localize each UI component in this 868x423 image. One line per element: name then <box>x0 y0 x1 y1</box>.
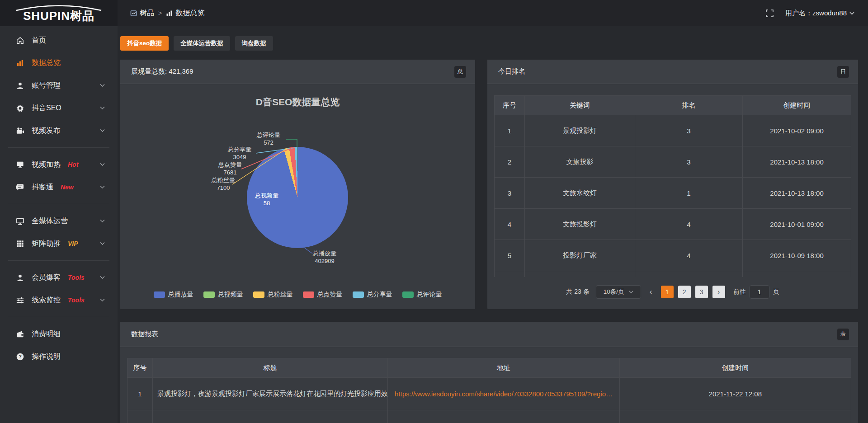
pie-label-fans: 总粉丝量7100 <box>206 176 241 192</box>
overview-panel: 展现量总数: 421,369 总 D音SEO数据量总览 总评论量572 总分 <box>120 60 475 309</box>
table-row-partial <box>495 271 851 277</box>
sidebar-item-matrix-boost[interactable]: 矩阵助推 VIP <box>0 232 118 255</box>
sidebar-item-label: 会员爆客 <box>32 273 61 282</box>
fullscreen-icon[interactable] <box>766 9 774 17</box>
logo-text: SHUPIN树品 <box>23 10 94 22</box>
new-badge: New <box>61 183 74 191</box>
report-title-cell: 景观投影灯，夜游景观投影灯厂家展示展示落花灯在花园里的灯光投影应用效果 # <box>153 378 388 410</box>
sidebar-item-member-burst[interactable]: 会员爆客 Tools <box>0 266 118 289</box>
legend-item-plays[interactable]: 总播放量 <box>154 291 193 299</box>
user-menu[interactable]: 用户名：zswodun88 <box>785 9 854 18</box>
pagination: 共 23 条 10条/页 ‹ 1 2 3 › 前往 页 <box>494 285 851 299</box>
chevron-down-icon <box>100 186 105 189</box>
sidebar-divider <box>8 317 109 317</box>
page-size-select[interactable]: 10条/页 <box>596 285 641 299</box>
sidebar-divider <box>8 147 109 148</box>
chart-legend: 总播放量 总视频量 总粉丝量 总点赞量 总分享量 总评论量 <box>120 291 475 299</box>
sidebar-item-label: 账号管理 <box>32 81 61 90</box>
chevron-down-icon <box>100 220 105 223</box>
app-logo[interactable]: SHUPIN树品 <box>0 0 118 26</box>
bar-chart-icon <box>166 10 173 17</box>
sidebar: 首页 数据总览 账号管理 抖音SEO 视频发布 视频加热 Hot 抖客通 New… <box>0 26 118 423</box>
next-page-button[interactable]: › <box>712 286 725 298</box>
legend-item-videos[interactable]: 总视频量 <box>203 291 243 299</box>
page-button-3[interactable]: 3 <box>695 286 708 298</box>
table-row[interactable]: 5投影灯厂家42021-10-09 18:00 <box>495 240 851 271</box>
goto-page-input[interactable] <box>750 285 769 299</box>
gear-icon <box>15 103 24 113</box>
rank-corner-button[interactable]: 日 <box>837 66 849 78</box>
breadcrumb-home[interactable]: 树品 <box>130 9 154 18</box>
sidebar-item-lead-monitor[interactable]: 线索监控 Tools <box>0 289 118 311</box>
tab-all-media[interactable]: 全媒体运营数据 <box>174 36 230 51</box>
sidebar-item-douketong[interactable]: 抖客通 New <box>0 176 118 198</box>
breadcrumb-label: 树品 <box>140 9 154 18</box>
sidebar-item-account[interactable]: 账号管理 <box>0 74 118 97</box>
pagination-total: 共 23 条 <box>566 288 589 296</box>
page-button-2[interactable]: 2 <box>678 286 691 298</box>
chevron-down-icon <box>100 276 105 279</box>
tab-inquiry[interactable]: 询盘数据 <box>235 36 273 51</box>
sidebar-item-label: 首页 <box>32 36 46 45</box>
bar-chart-icon <box>15 58 24 67</box>
sidebar-item-home[interactable]: 首页 <box>0 29 118 52</box>
chat-bubble-icon <box>15 183 24 192</box>
breadcrumb-current[interactable]: 数据总览 <box>166 9 204 18</box>
col-no: 序号 <box>127 358 153 378</box>
sidebar-item-video-heat[interactable]: 视频加热 Hot <box>0 153 118 176</box>
sidebar-item-all-media[interactable]: 全媒体运营 <box>0 210 118 232</box>
legend-item-shares[interactable]: 总分享量 <box>353 291 392 299</box>
grid-icon <box>15 239 24 248</box>
col-rank: 排名 <box>635 96 742 115</box>
overview-corner-button[interactable]: 总 <box>454 66 466 78</box>
table-header-row: 序号 关键词 排名 创建时间 <box>495 96 851 115</box>
member-icon <box>15 273 24 282</box>
report-panel: 数据报表 表 序号 标题 地址 创建时间 1 景观投影灯，夜游景观投影灯 <box>120 322 858 423</box>
page-button-1[interactable]: 1 <box>661 286 674 298</box>
table-row[interactable]: 1景观投影灯32021-10-02 09:00 <box>495 115 851 146</box>
pie-chart-area: D音SEO数据量总览 总评论量572 总分享量3049 总点赞量7681 <box>120 84 475 309</box>
legend-item-fans[interactable]: 总粉丝量 <box>253 291 293 299</box>
col-no: 序号 <box>495 96 525 115</box>
sidebar-item-consumption[interactable]: 消费明细 <box>0 323 118 345</box>
col-title: 标题 <box>153 358 388 378</box>
rank-table: 序号 关键词 排名 创建时间 1景观投影灯32021-10-02 09:00 2… <box>494 95 851 277</box>
sidebar-item-video-publish[interactable]: 视频发布 <box>0 119 118 142</box>
wallet-icon <box>15 329 24 338</box>
monitor-icon <box>15 216 24 226</box>
table-row[interactable]: 2文旅投影32021-10-13 18:00 <box>495 146 851 178</box>
legend-item-likes[interactable]: 总点赞量 <box>303 291 343 299</box>
table-row[interactable]: 1 景观投影灯，夜游景观投影灯厂家展示展示落花灯在花园里的灯光投影应用效果 # … <box>127 378 851 410</box>
sidebar-item-label: 操作说明 <box>32 352 61 362</box>
prev-page-button[interactable]: ‹ <box>646 286 656 298</box>
sidebar-item-label: 抖客通 <box>32 183 53 192</box>
tools-badge: Tools <box>68 296 85 304</box>
chevron-down-icon <box>849 12 854 15</box>
tab-douyin-seo[interactable]: 抖音seo数据 <box>120 36 169 51</box>
report-table: 序号 标题 地址 创建时间 1 景观投影灯，夜游景观投影灯厂家展示展示落花灯在花… <box>127 358 851 423</box>
topbar: SHUPIN树品 树品 > 数据总览 用户名：zswodun88 <box>0 0 868 26</box>
vip-badge: VIP <box>68 240 78 247</box>
legend-item-comments[interactable]: 总评论量 <box>402 291 442 299</box>
breadcrumb-separator: > <box>158 9 162 17</box>
video-url-link[interactable]: https://www.iesdouyin.com/share/video/70… <box>395 390 613 398</box>
sidebar-item-help[interactable]: ? 操作说明 <box>0 345 118 368</box>
goto-label: 前往 <box>733 288 746 296</box>
col-keyword: 关键词 <box>525 96 635 115</box>
sidebar-item-data-overview[interactable]: 数据总览 <box>0 52 118 74</box>
sidebar-item-label: 数据总览 <box>32 58 61 68</box>
table-row-partial <box>127 410 851 423</box>
pie-label-comments: 总评论量572 <box>251 131 286 146</box>
sidebar-item-label: 线索监控 <box>32 296 61 305</box>
sidebar-item-douyin-seo[interactable]: 抖音SEO <box>0 97 118 119</box>
pie-label-shares: 总分享量3049 <box>222 146 257 161</box>
table-row[interactable]: 3文旅水纹灯12021-10-13 18:00 <box>495 178 851 209</box>
table-row[interactable]: 4文旅投影灯42021-10-01 09:00 <box>495 209 851 240</box>
sidebar-item-label: 视频发布 <box>32 126 61 136</box>
username-label: 用户名：zswodun88 <box>785 9 847 18</box>
rank-panel-title: 今日排名 <box>498 67 525 76</box>
sliders-icon <box>15 296 24 305</box>
data-tabs: 抖音seo数据 全媒体运营数据 询盘数据 <box>120 36 858 51</box>
report-corner-button[interactable]: 表 <box>837 329 849 340</box>
user-icon <box>15 81 24 90</box>
